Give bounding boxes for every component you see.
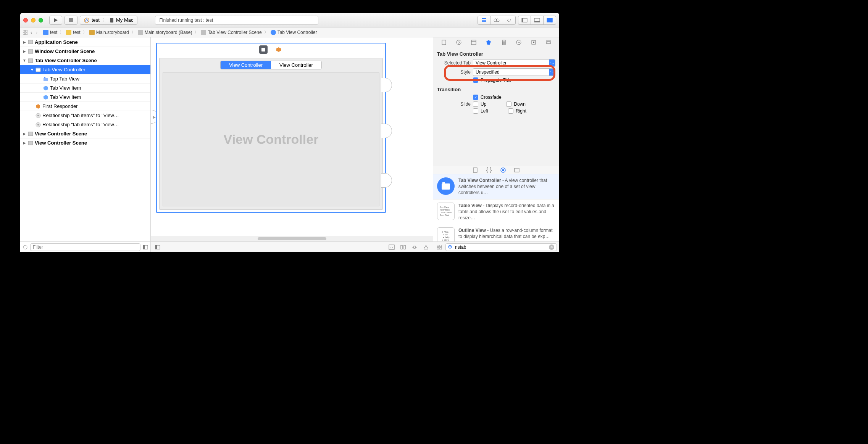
media-library-tab[interactable] xyxy=(514,168,520,172)
library-item[interactable]: Jon ClearKelly BlueChris GreenRon PinkTa… xyxy=(433,199,559,225)
outline-row[interactable]: Relationship "tab items" to "View… xyxy=(20,120,150,129)
toggle-outline-button[interactable] xyxy=(143,245,148,250)
code-snippet-tab[interactable]: { } xyxy=(486,167,492,174)
outline-row[interactable]: First Responder xyxy=(20,101,150,111)
main-body: ▶Application Scene▶Window Controller Sce… xyxy=(20,37,559,252)
bindings-inspector-tab[interactable] xyxy=(530,39,537,46)
selected-tab-popup[interactable]: View Controller⌃⌄ xyxy=(473,59,555,67)
help-inspector-tab[interactable]: ? xyxy=(455,39,463,46)
library-list[interactable]: Tab View Controller - A view controller … xyxy=(433,174,559,241)
svg-rect-67 xyxy=(440,248,442,249)
scene-header xyxy=(157,43,385,56)
assistant-editor-button[interactable] xyxy=(490,16,503,25)
crossfade-checkbox[interactable]: ✓ xyxy=(473,95,478,100)
svg-rect-40 xyxy=(404,245,405,249)
resolve-issues-button[interactable] xyxy=(422,244,430,251)
svg-rect-3 xyxy=(110,18,113,23)
svg-rect-62 xyxy=(442,183,450,190)
svg-rect-35 xyxy=(261,48,265,51)
svg-rect-12 xyxy=(534,21,540,22)
toggle-utilities-button[interactable] xyxy=(543,16,556,25)
editor-mode-segment xyxy=(478,16,516,25)
outline-row[interactable]: Tab View Item xyxy=(20,92,150,101)
slide-left-checkbox[interactable] xyxy=(473,108,478,114)
svg-rect-61 xyxy=(515,168,519,172)
outline-row[interactable]: ▶View Controller Scene xyxy=(20,129,150,138)
toggle-navigator-button[interactable] xyxy=(518,16,531,25)
xcode-window: test 〉 My Mac Finished running test : te… xyxy=(20,13,559,252)
size-inspector-tab[interactable] xyxy=(500,39,508,46)
library-item[interactable]: ▾ Matt ▸ Jon ▸ Kelly▸ ChrisOutline View … xyxy=(433,224,559,241)
outline-row[interactable]: ▶Application Scene xyxy=(20,37,150,47)
svg-point-27 xyxy=(37,115,39,116)
crumb-project[interactable]: test xyxy=(42,30,58,35)
svg-point-8 xyxy=(496,19,499,22)
first-responder-icon[interactable] xyxy=(274,45,283,54)
outline-filter-input[interactable]: Filter xyxy=(30,243,140,251)
svg-marker-0 xyxy=(54,18,58,22)
outline-row[interactable]: Top Tab View xyxy=(20,74,150,83)
tab-1[interactable]: View Controller xyxy=(271,61,321,69)
crumb-controller[interactable]: Tab View Controller xyxy=(270,30,318,35)
search-icon xyxy=(448,245,453,249)
tab-0[interactable]: View Controller xyxy=(221,61,271,69)
connections-inspector-tab[interactable] xyxy=(515,39,523,46)
tab-view-controller[interactable]: View Controller View Controller View Con… xyxy=(156,43,386,213)
svg-rect-58 xyxy=(473,168,477,172)
identity-inspector-tab[interactable] xyxy=(470,39,478,46)
close-window-button[interactable] xyxy=(23,18,28,23)
connection-handle-1[interactable] xyxy=(381,78,392,92)
grid-icon-view-button[interactable] xyxy=(436,244,443,251)
run-button[interactable] xyxy=(49,16,62,25)
effects-inspector-tab[interactable] xyxy=(545,39,552,46)
slide-down-checkbox[interactable] xyxy=(506,101,511,107)
slide-up-checkbox[interactable] xyxy=(473,101,478,107)
propagate-title-checkbox[interactable]: ✓ xyxy=(473,77,478,83)
svg-rect-17 xyxy=(23,33,25,35)
svg-rect-39 xyxy=(401,245,402,249)
attributes-inspector-tab[interactable] xyxy=(485,39,492,46)
outline-row[interactable]: Relationship "tab items" to "View… xyxy=(20,111,150,120)
canvas-scrollbar[interactable] xyxy=(151,236,433,241)
style-popup[interactable]: Unspecified⌃⌄ xyxy=(473,68,555,76)
outline-row[interactable]: ▶Window Controller Scene xyxy=(20,47,150,56)
outline-list[interactable]: ▶Application Scene▶Window Controller Sce… xyxy=(20,37,150,241)
selected-tab-label: Selected Tab xyxy=(437,60,471,66)
crumb-storyboard[interactable]: Main.storyboard xyxy=(89,30,130,35)
slide-right-checkbox[interactable] xyxy=(508,108,513,114)
stop-button[interactable] xyxy=(65,16,77,25)
connection-handle-3[interactable] xyxy=(381,173,392,188)
forward-button[interactable]: › xyxy=(34,30,39,35)
related-items-icon[interactable] xyxy=(23,30,28,35)
library-search[interactable]: nstab ✕ xyxy=(445,243,557,251)
outline-row[interactable]: Tab View Item xyxy=(20,83,150,92)
pin-button[interactable] xyxy=(411,244,418,251)
crumb-storyboard-base[interactable]: Main.storyboard (Base) xyxy=(137,30,193,35)
minimize-window-button[interactable] xyxy=(31,18,35,23)
connection-handle-2[interactable] xyxy=(381,124,392,138)
canvas-viewport[interactable]: ▸ View Controller View Controller xyxy=(151,37,433,236)
toggle-debug-button[interactable] xyxy=(531,16,544,25)
file-template-tab[interactable] xyxy=(473,167,478,173)
zoom-window-button[interactable] xyxy=(39,18,43,23)
toggle-outline-button-2[interactable] xyxy=(154,244,161,251)
view-controller-icon[interactable] xyxy=(259,45,268,54)
crumb-scene[interactable]: Tab View Controller Scene xyxy=(200,30,262,35)
crumb-folder[interactable]: test xyxy=(65,30,81,35)
outline-row[interactable]: ▼Tab View Controller Scene xyxy=(20,56,150,65)
library-item[interactable]: Tab View Controller - A view controller … xyxy=(433,174,559,199)
svg-rect-1 xyxy=(69,18,73,22)
file-inspector-tab[interactable] xyxy=(440,39,448,46)
scheme-selector[interactable]: test 〉 My Mac xyxy=(80,16,137,25)
align-button[interactable] xyxy=(399,244,407,251)
back-button[interactable]: ‹ xyxy=(29,30,34,35)
outline-row[interactable]: ▼Tab View Controller xyxy=(20,65,150,74)
activity-status: Finished running test : test xyxy=(155,16,318,25)
standard-editor-button[interactable] xyxy=(478,16,490,25)
svg-rect-21 xyxy=(28,59,33,63)
clear-search-button[interactable]: ✕ xyxy=(549,245,554,250)
embed-in-button[interactable] xyxy=(388,244,395,251)
outline-row[interactable]: ▶View Controller Scene xyxy=(20,138,150,147)
object-library-tab[interactable] xyxy=(500,167,506,173)
version-editor-button[interactable] xyxy=(503,16,516,25)
